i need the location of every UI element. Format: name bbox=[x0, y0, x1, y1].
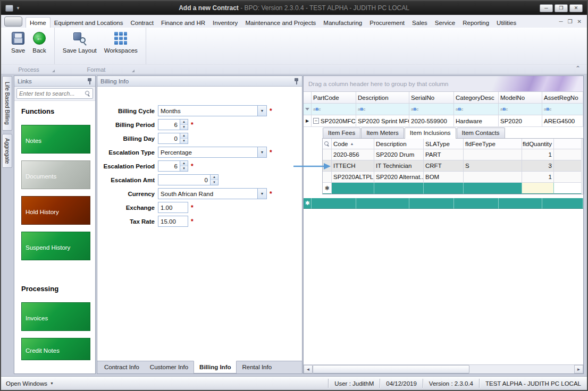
ribbon-tab-finance[interactable]: Finance and HR bbox=[157, 18, 209, 28]
cell-partcode[interactable]: −SP2020MFC bbox=[312, 115, 356, 127]
ribbon-tab-utilities[interactable]: Utilities bbox=[493, 18, 520, 28]
new-cell-assetregno[interactable] bbox=[542, 198, 583, 209]
ribbon-tab-home[interactable]: Home bbox=[26, 17, 51, 28]
scrollbar-thumb[interactable] bbox=[313, 365, 469, 373]
filter-cell-categorydesc[interactable]: aBc bbox=[454, 104, 499, 115]
escalation-type-select[interactable]: Percentage▼ bbox=[158, 147, 267, 158]
chevron-down-icon[interactable]: ▼ bbox=[257, 189, 266, 199]
workspaces-button[interactable]: Workspaces bbox=[100, 30, 141, 55]
new-cell-fldquantity[interactable] bbox=[522, 183, 554, 194]
detail-cell-code[interactable]: SP2020ALTPL bbox=[332, 172, 374, 183]
detail-new-item-row[interactable]: ✱ bbox=[323, 183, 583, 194]
tab-rental-info[interactable]: Rental Info bbox=[237, 361, 277, 373]
side-tab-aggregate[interactable]: Aggregate bbox=[2, 134, 12, 168]
column-header-modelno[interactable]: ModelNo bbox=[499, 92, 542, 104]
ribbon-tab-inventory[interactable]: Inventory bbox=[209, 18, 241, 28]
chevron-down-icon[interactable]: ▼ bbox=[257, 147, 266, 157]
detail-cell-code[interactable]: ITTECH bbox=[332, 160, 374, 172]
filter-cell-partcode[interactable]: aBc bbox=[312, 104, 356, 115]
collapse-row-icon[interactable]: − bbox=[313, 118, 319, 124]
detail-cell-description[interactable]: IT Technician bbox=[374, 160, 424, 172]
tab-item-fees[interactable]: Item Fees bbox=[323, 128, 360, 138]
group-by-bar[interactable]: Drag a column header here to group by th… bbox=[304, 76, 583, 92]
detail-row[interactable]: 2020-856 SP2020 Drum PART 1 bbox=[323, 149, 583, 160]
detail-cell-description[interactable]: SP2020 Alternat... bbox=[374, 172, 424, 183]
detail-row[interactable]: SP2020ALTPL SP2020 Alternat... BOM 1 bbox=[323, 172, 583, 183]
exchange-field[interactable]: 1.00 bbox=[158, 202, 188, 213]
group-collapse-marker-icon[interactable] bbox=[132, 70, 135, 72]
column-header-assetregno[interactable]: AssetRegNo bbox=[542, 92, 583, 104]
spin-down-icon[interactable]: ▼ bbox=[211, 180, 218, 185]
scroll-left-icon[interactable]: ◄ bbox=[304, 365, 313, 373]
column-header-description[interactable]: Description bbox=[356, 92, 409, 104]
detail-cell-fldquantity[interactable]: 3 bbox=[522, 160, 554, 172]
detail-row[interactable]: ▸ ITTECH IT Technician CRFT S 3 bbox=[323, 160, 583, 172]
new-cell-description[interactable] bbox=[374, 183, 424, 194]
detail-cell-fldquantity[interactable]: 1 bbox=[522, 149, 554, 160]
tab-contract-info[interactable]: Contract Info bbox=[99, 361, 145, 373]
cell-modelno[interactable]: SP2020 bbox=[499, 115, 542, 127]
scroll-right-icon[interactable]: ► bbox=[574, 365, 583, 373]
side-tab-life-based-billing[interactable]: Life Based Billing bbox=[2, 76, 12, 131]
spin-up-icon[interactable]: ▲ bbox=[180, 161, 188, 166]
chevron-down-icon[interactable]: ▼ bbox=[16, 6, 20, 11]
tax-rate-field[interactable]: 15.00 bbox=[158, 216, 188, 227]
credit-notes-button[interactable]: Credit Notes bbox=[21, 338, 90, 360]
detail-column-code[interactable]: Code▲ bbox=[332, 139, 374, 149]
spin-down-icon[interactable]: ▼ bbox=[180, 166, 188, 171]
column-header-partcode[interactable]: PartCode bbox=[312, 92, 356, 104]
ribbon-tab-procurement[interactable]: Procurement bbox=[366, 18, 408, 28]
cell-serialno[interactable]: 2020-559900 bbox=[409, 115, 454, 127]
new-cell-categorydesc[interactable] bbox=[454, 198, 499, 209]
spin-up-icon[interactable]: ▲ bbox=[211, 175, 218, 180]
mdi-restore-icon[interactable]: ❐ bbox=[568, 19, 573, 24]
detail-cell-slatype[interactable]: CRFT bbox=[424, 160, 464, 172]
cell-assetregno[interactable]: AREG4500 bbox=[542, 115, 583, 127]
documents-button[interactable]: Documents bbox=[21, 160, 90, 189]
ribbon-tab-sales[interactable]: Sales bbox=[408, 18, 431, 28]
new-cell-fldfeetype[interactable] bbox=[464, 183, 522, 194]
application-button[interactable] bbox=[4, 16, 22, 27]
billing-period-stepper[interactable]: 6▲▼ bbox=[158, 119, 188, 130]
escalation-period-stepper[interactable]: 6▲▼ bbox=[158, 160, 188, 172]
cell-description[interactable]: SP2020 Sprint MFC bbox=[356, 115, 409, 127]
chevron-down-icon[interactable]: ▼ bbox=[257, 106, 266, 116]
app-icon[interactable] bbox=[5, 5, 13, 12]
tab-item-meters[interactable]: Item Meters bbox=[361, 128, 404, 138]
detail-cell-fldfeetype[interactable] bbox=[464, 172, 522, 183]
table-row[interactable]: ▶ −SP2020MFC SP2020 Sprint MFC 2020-5599… bbox=[304, 115, 583, 127]
ribbon-tab-equipment[interactable]: Equipment and Locations bbox=[51, 18, 127, 28]
new-cell-modelno[interactable] bbox=[499, 198, 542, 209]
tab-billing-info[interactable]: Billing Info bbox=[194, 361, 237, 373]
detail-cell-fldfeetype[interactable] bbox=[464, 149, 522, 160]
spin-down-icon[interactable]: ▼ bbox=[180, 139, 188, 143]
ribbon-tab-maintenance[interactable]: Maintenance and Projects bbox=[241, 18, 320, 28]
detail-cell-slatype[interactable]: PART bbox=[424, 149, 464, 160]
detail-cell-fldfeetype[interactable]: S bbox=[464, 160, 522, 172]
mdi-close-icon[interactable]: ✕ bbox=[577, 19, 582, 24]
new-cell-serialno[interactable] bbox=[409, 198, 454, 209]
filter-cell-assetregno[interactable]: aBc bbox=[542, 104, 583, 115]
billing-day-stepper[interactable]: 0▲▼ bbox=[158, 133, 188, 144]
collapse-ribbon-icon[interactable]: ⌃ bbox=[575, 65, 581, 72]
grid-new-item-row[interactable]: ✱ bbox=[304, 198, 583, 209]
detail-cell-description[interactable]: SP2020 Drum bbox=[374, 149, 424, 160]
spin-up-icon[interactable]: ▲ bbox=[180, 120, 188, 125]
search-input[interactable] bbox=[19, 90, 85, 97]
tab-item-inclusions[interactable]: Item Inclusions bbox=[405, 128, 456, 139]
notes-button[interactable]: Notes bbox=[21, 125, 90, 154]
column-header-serialno[interactable]: SerialNo bbox=[409, 92, 454, 104]
detail-column-description[interactable]: Description bbox=[374, 139, 424, 149]
escalation-amt-stepper[interactable]: 0▲▼ bbox=[158, 174, 219, 185]
close-button[interactable]: ✕ bbox=[569, 4, 583, 12]
ribbon-tab-contract[interactable]: Contract bbox=[127, 18, 157, 28]
horizontal-scrollbar[interactable]: ◄ ► bbox=[304, 364, 583, 373]
group-collapse-marker-icon[interactable] bbox=[52, 70, 55, 72]
ribbon-tab-manufacturing[interactable]: Manufacturing bbox=[320, 18, 366, 28]
hold-history-button[interactable]: Hold History bbox=[21, 196, 90, 225]
new-cell-partcode[interactable] bbox=[312, 198, 356, 209]
search-icon[interactable] bbox=[85, 91, 90, 96]
currency-select[interactable]: South African Rand▼ bbox=[158, 188, 267, 199]
detail-column-fldquantity[interactable]: fldQuantity bbox=[522, 139, 554, 149]
pin-icon[interactable] bbox=[294, 78, 299, 84]
